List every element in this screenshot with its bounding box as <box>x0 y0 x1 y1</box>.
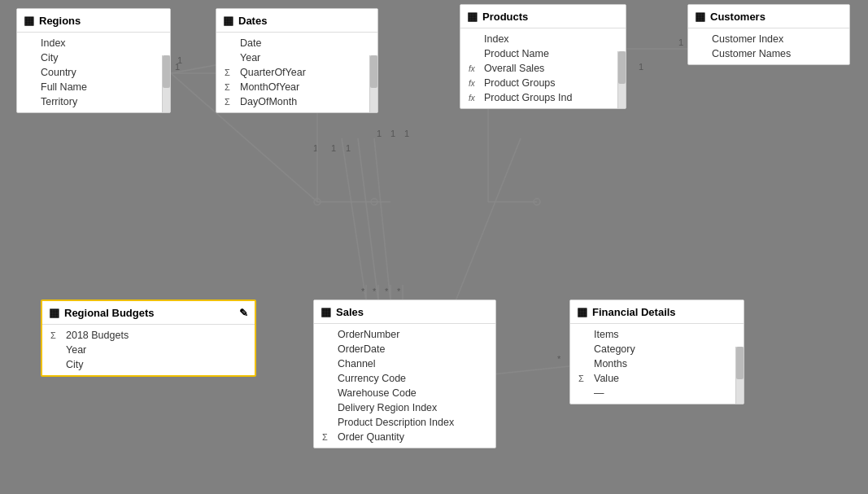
svg-line-3 <box>358 138 378 301</box>
sigma-icon: Σ <box>50 330 62 340</box>
regional-budgets-header: ▦ Regional Budgets ✎ <box>42 301 255 325</box>
regions-title: Regions <box>39 15 81 27</box>
svg-text:1: 1 <box>390 129 395 138</box>
sigma-icon: Σ <box>225 97 236 107</box>
svg-line-10 <box>171 65 216 73</box>
dates-title: Dates <box>238 15 267 27</box>
customers-table: ▦ Customers Customer Index Customer Name… <box>687 4 850 65</box>
table-icon-regions: ▦ <box>24 14 34 27</box>
table-icon-regional-budgets: ▦ <box>49 306 59 319</box>
svg-point-32 <box>534 199 540 205</box>
scrollbar[interactable] <box>369 55 377 112</box>
svg-line-4 <box>374 138 390 301</box>
list-item: fxOverall Sales <box>460 61 616 76</box>
table-icon-dates: ▦ <box>223 14 233 27</box>
list-item: Product Description Index <box>314 415 495 430</box>
list-item: Year <box>216 50 368 65</box>
svg-text:*: * <box>385 286 389 296</box>
table-icon-customers: ▦ <box>695 10 705 23</box>
svg-line-8 <box>456 138 521 301</box>
regional-budgets-table: ▦ Regional Budgets ✎ Σ2018 Budgets Year … <box>41 299 256 377</box>
sigma-icon: Σ <box>322 432 334 442</box>
list-item: ΣQuarterOfYear <box>216 65 368 80</box>
list-item: ΣOrder Quantity <box>314 430 495 444</box>
list-item: City <box>17 50 160 65</box>
svg-text:1: 1 <box>404 129 409 138</box>
financial-details-title: Financial Details <box>592 306 676 318</box>
list-item: Currency Code <box>314 371 495 386</box>
svg-text:*: * <box>397 286 401 296</box>
list-item: — <box>570 386 734 400</box>
list-item: Items <box>570 327 734 342</box>
dates-header: ▦ Dates <box>216 9 377 33</box>
list-item: Σ2018 Budgets <box>42 328 255 343</box>
list-item: Channel <box>314 356 495 371</box>
products-header: ▦ Products <box>460 5 626 28</box>
list-item: fxProduct Groups <box>460 76 616 90</box>
sigma-icon: Σ <box>225 82 236 92</box>
svg-text:1: 1 <box>346 143 351 153</box>
svg-text:*: * <box>557 354 561 364</box>
list-item: Customer Index <box>688 32 849 46</box>
svg-text:1: 1 <box>175 62 180 72</box>
financial-details-table: ▦ Financial Details Items Category Month… <box>569 299 744 404</box>
fx-icon: fx <box>469 94 480 103</box>
svg-line-2 <box>342 138 366 301</box>
sigma-icon: Σ <box>578 374 590 383</box>
list-item: Country <box>17 65 160 80</box>
edit-icon[interactable]: ✎ <box>239 307 248 319</box>
sales-table: ▦ Sales OrderNumber OrderDate Channel Cu… <box>313 299 496 448</box>
svg-text:1: 1 <box>678 37 683 47</box>
list-item: Index <box>17 36 160 50</box>
list-item: OrderDate <box>314 342 495 356</box>
list-item: Year <box>42 343 255 357</box>
list-item: OrderNumber <box>314 327 495 342</box>
regions-table: ▦ Regions Index City Country Full Name T… <box>16 8 171 113</box>
svg-text:*: * <box>361 286 365 296</box>
svg-line-17 <box>492 366 569 374</box>
svg-point-15 <box>314 199 321 205</box>
scrollbar[interactable] <box>617 51 626 108</box>
table-icon-sales: ▦ <box>321 305 331 318</box>
svg-text:1: 1 <box>331 143 336 153</box>
dates-table: ▦ Dates Date Year ΣQuarterOfYear ΣMonthO… <box>216 8 378 113</box>
svg-text:1: 1 <box>177 55 182 65</box>
sigma-icon: Σ <box>225 68 236 77</box>
list-item: City <box>42 357 255 372</box>
regional-budgets-title: Regional Budgets <box>64 307 155 319</box>
svg-text:1: 1 <box>377 129 382 138</box>
list-item: ΣMonthOfYear <box>216 80 368 94</box>
table-icon-products: ▦ <box>467 10 478 23</box>
list-item: Full Name <box>17 80 160 94</box>
scrollbar[interactable] <box>162 55 170 112</box>
list-item: Warehouse Code <box>314 386 495 400</box>
regions-header: ▦ Regions <box>17 9 170 33</box>
products-title: Products <box>482 11 528 23</box>
svg-text:*: * <box>373 286 377 296</box>
scrollbar[interactable] <box>735 347 744 404</box>
customers-title: Customers <box>710 11 765 23</box>
list-item: Months <box>570 356 734 371</box>
fx-icon: fx <box>469 64 480 73</box>
fx-icon: fx <box>469 79 480 88</box>
svg-text:1: 1 <box>639 62 643 72</box>
list-item: Date <box>216 36 368 50</box>
products-table: ▦ Products Index Product Name fxOverall … <box>460 4 626 109</box>
list-item: fxProduct Groups Ind <box>460 90 616 105</box>
list-item: Customer Names <box>688 46 849 61</box>
customers-header: ▦ Customers <box>688 5 849 28</box>
financial-details-header: ▦ Financial Details <box>570 300 744 324</box>
svg-text:1: 1 <box>313 143 318 153</box>
list-item: ΣValue <box>570 371 734 386</box>
sales-header: ▦ Sales <box>314 300 495 324</box>
sales-title: Sales <box>336 306 364 318</box>
list-item: Category <box>570 342 734 356</box>
list-item: Product Name <box>460 46 616 61</box>
list-item: Territory <box>17 94 160 109</box>
list-item: Index <box>460 32 616 46</box>
svg-point-16 <box>371 199 377 205</box>
list-item: Delivery Region Index <box>314 400 495 415</box>
list-item: ΣDayOfMonth <box>216 94 368 109</box>
table-icon-financial: ▦ <box>577 305 587 318</box>
